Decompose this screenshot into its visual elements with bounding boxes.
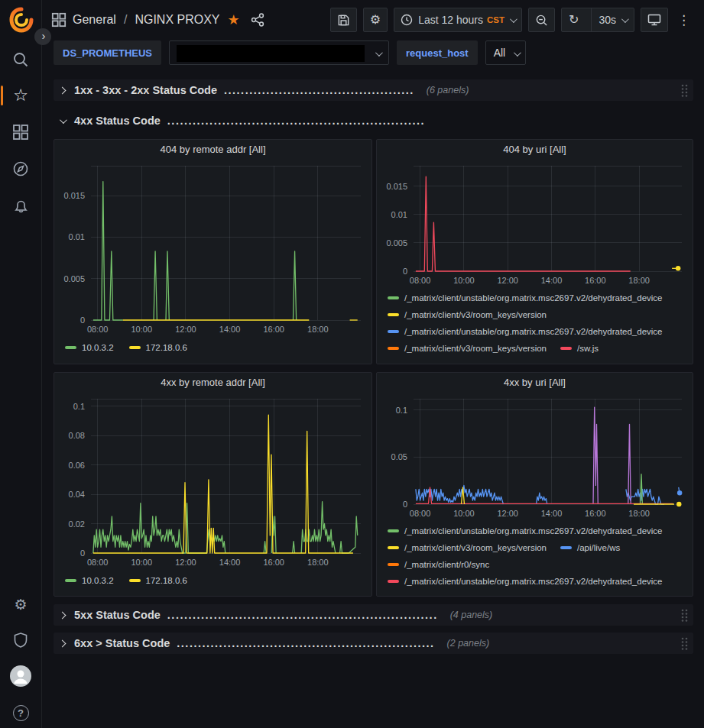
svg-text:0.005: 0.005 bbox=[63, 274, 85, 283]
svg-text:0: 0 bbox=[403, 267, 407, 276]
panel-title[interactable]: 4xx by remote addr [All] bbox=[54, 373, 371, 393]
panel-title[interactable]: 404 by remote addr [All] bbox=[54, 140, 371, 160]
svg-text:10:00: 10:00 bbox=[453, 509, 475, 518]
dashboard-settings-button[interactable]: ⚙ bbox=[363, 8, 388, 32]
legend-series-label: 10.0.3.2 bbox=[82, 343, 114, 352]
legend-item[interactable]: 10.0.3.2 bbox=[65, 339, 114, 356]
svg-text:12:00: 12:00 bbox=[497, 276, 518, 285]
svg-text:0.04: 0.04 bbox=[69, 490, 85, 499]
variable-select-ds-prometheus[interactable] bbox=[169, 40, 389, 65]
sidebar-item-server-admin[interactable] bbox=[0, 625, 41, 655]
svg-text:0.06: 0.06 bbox=[69, 461, 85, 470]
legend-series-color bbox=[65, 579, 76, 582]
legend-item[interactable]: /_matrix/client/v3/room_keys/version bbox=[388, 306, 547, 323]
svg-text:08:00: 08:00 bbox=[87, 325, 109, 334]
legend-item[interactable]: /_matrix/client/r0/sync bbox=[388, 556, 489, 573]
kebab-icon: ⋮ bbox=[677, 12, 690, 28]
legend-item[interactable]: /sw.js bbox=[560, 340, 599, 357]
legend-item[interactable]: /_matrix/client/unstable/org.matrix.msc2… bbox=[388, 290, 663, 306]
time-range-picker[interactable]: Last 12 hours CST bbox=[394, 8, 522, 32]
row-panel-count: (2 panels) bbox=[447, 638, 490, 649]
panel-404-by-uri: 404 by uri [All] 00.0050.010.01508:0010:… bbox=[376, 139, 693, 364]
chevron-down-icon bbox=[621, 15, 629, 23]
row-header-4xx[interactable]: 4xx Status Code ........................… bbox=[54, 110, 693, 131]
svg-text:18:00: 18:00 bbox=[628, 509, 650, 518]
chevron-down-icon bbox=[60, 116, 67, 124]
legend-series-label: 172.18.0.6 bbox=[146, 343, 187, 352]
sidebar-item-help[interactable]: ? bbox=[0, 697, 41, 728]
shield-icon bbox=[13, 632, 28, 649]
more-options-button[interactable]: ⋮ bbox=[674, 8, 693, 32]
row-drag-handle[interactable] bbox=[680, 636, 689, 651]
sidebar-item-search[interactable] bbox=[0, 44, 41, 75]
svg-text:10:00: 10:00 bbox=[453, 276, 475, 285]
row-panel-count: (6 panels) bbox=[427, 85, 469, 95]
chevron-right-icon bbox=[59, 611, 67, 619]
time-series-chart[interactable]: 00.0050.010.01508:0010:0012:0014:0016:00… bbox=[378, 160, 691, 288]
row-title-dots: ........................................… bbox=[167, 115, 425, 127]
legend-series-color bbox=[129, 346, 141, 349]
legend-item[interactable]: /api/live/ws bbox=[560, 539, 620, 556]
sidebar-item-starred[interactable]: ☆ bbox=[0, 80, 41, 111]
row-header-5xx[interactable]: 5xx Status Code ........................… bbox=[54, 604, 693, 626]
legend-item[interactable]: /_matrix/client/v3/room_keys/version bbox=[388, 340, 547, 357]
row-title: 4xx Status Code bbox=[74, 115, 161, 127]
timezone-label: CST bbox=[487, 15, 504, 24]
svg-text:16:00: 16:00 bbox=[585, 509, 606, 518]
row-header-1xx-3xx-2xx[interactable]: 1xx - 3xx - 2xx Status Code ............… bbox=[54, 79, 693, 101]
legend-item[interactable]: /_matrix/client/unstable/org.matrix.msc2… bbox=[388, 573, 663, 590]
sidebar-item-configuration[interactable]: ⚙ bbox=[0, 589, 41, 620]
cycle-view-mode-button[interactable] bbox=[641, 8, 668, 32]
legend-series-color bbox=[388, 563, 399, 566]
row-title-dots: ........................................… bbox=[224, 84, 414, 96]
sidebar-item-alerting[interactable] bbox=[0, 191, 41, 222]
legend-series-label: /sw.js bbox=[577, 344, 599, 353]
save-dashboard-button[interactable] bbox=[330, 8, 357, 32]
svg-text:0.1: 0.1 bbox=[73, 402, 85, 411]
row-drag-handle[interactable] bbox=[680, 83, 689, 98]
sidebar-item-profile[interactable] bbox=[0, 661, 41, 691]
svg-text:08:00: 08:00 bbox=[87, 558, 109, 567]
legend-series-label: /_matrix/client/v3/room_keys/version bbox=[404, 310, 547, 319]
panel-title[interactable]: 4xx by uri [All] bbox=[377, 373, 693, 393]
sidebar-item-explore[interactable] bbox=[0, 154, 41, 184]
legend-series-label: /_matrix/client/unstable/org.matrix.msc2… bbox=[404, 293, 663, 303]
search-icon bbox=[12, 51, 29, 68]
zoom-out-time-button[interactable] bbox=[528, 8, 555, 32]
dashboards-breadcrumb-icon[interactable] bbox=[51, 12, 67, 28]
legend-series-label: /api/live/ws bbox=[577, 543, 620, 552]
zoom-out-icon bbox=[535, 14, 548, 27]
refresh-interval-button[interactable]: 30s bbox=[591, 8, 634, 31]
variable-select-request-host[interactable]: All bbox=[485, 40, 527, 65]
panel-grid: 404 by remote addr [All] 00.0050.010.015… bbox=[54, 139, 693, 597]
grafana-logo[interactable] bbox=[8, 6, 35, 34]
legend-series-label: /_matrix/client/r0/sync bbox=[404, 560, 489, 569]
breadcrumb-folder[interactable]: General bbox=[73, 13, 116, 27]
row-header-6xx[interactable]: 6xx > Status Code ......................… bbox=[54, 633, 693, 654]
bell-icon bbox=[13, 198, 29, 215]
favorite-star-icon[interactable]: ★ bbox=[228, 11, 240, 28]
sidebar-item-dashboards[interactable] bbox=[0, 117, 41, 147]
legend-item[interactable]: 172.18.0.6 bbox=[129, 339, 187, 356]
sidebar-expand-button[interactable]: › bbox=[34, 28, 51, 45]
svg-text:0.005: 0.005 bbox=[386, 238, 407, 248]
row-drag-handle[interactable] bbox=[680, 608, 689, 623]
legend-item[interactable]: 172.18.0.6 bbox=[129, 572, 187, 589]
legend-item[interactable]: /_matrix/client/unstable/org.matrix.msc2… bbox=[388, 523, 663, 539]
svg-text:12:00: 12:00 bbox=[175, 325, 196, 334]
refresh-button[interactable]: ↻ bbox=[562, 8, 586, 31]
svg-text:0.01: 0.01 bbox=[69, 232, 85, 241]
time-series-chart[interactable]: 00.050.108:0010:0012:0014:0016:0018:00 bbox=[378, 393, 691, 521]
legend-series-label: /_matrix/client/v3/room_keys/version bbox=[404, 344, 547, 353]
svg-text:14:00: 14:00 bbox=[541, 276, 563, 285]
refresh-picker[interactable]: ↻ 30s bbox=[561, 8, 634, 32]
legend-item[interactable]: 10.0.3.2 bbox=[65, 572, 114, 589]
time-series-chart[interactable]: 00.020.040.060.080.108:0010:0012:0014:00… bbox=[56, 393, 370, 570]
share-icon[interactable] bbox=[251, 13, 264, 27]
legend-item[interactable]: /_matrix/client/v3/room_keys/version bbox=[388, 539, 547, 556]
panel-title[interactable]: 404 by uri [All] bbox=[377, 140, 693, 160]
legend-item[interactable]: /_matrix/client/unstable/org.matrix.msc2… bbox=[388, 323, 663, 340]
panel-4xx-by-uri: 4xx by uri [All] 00.050.108:0010:0012:00… bbox=[376, 372, 693, 597]
svg-text:12:00: 12:00 bbox=[175, 558, 196, 567]
time-series-chart[interactable]: 00.0050.010.01508:0010:0012:0014:0016:00… bbox=[56, 160, 370, 337]
